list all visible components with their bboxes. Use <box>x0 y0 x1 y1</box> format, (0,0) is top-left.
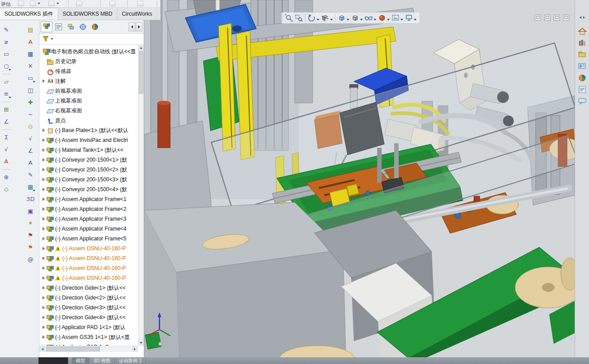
expand-arrow-icon[interactable] <box>41 315 46 320</box>
bom-icon[interactable]: ▣ <box>25 205 36 217</box>
linear-pattern-icon[interactable]: ≡ <box>1 88 12 100</box>
check-icon[interactable]: √ <box>1 143 12 155</box>
tree-root-assembly[interactable]: 电子制造热熔点胶自动线 (默认<<显 <box>39 47 144 56</box>
expand-arrow-icon[interactable] <box>41 98 46 103</box>
mate-icon[interactable]: ◫ <box>25 84 36 96</box>
apply-scene-icon[interactable] <box>391 13 400 22</box>
expand-arrow-icon[interactable] <box>41 89 46 94</box>
pane-horizontal-icon[interactable] <box>544 15 550 21</box>
expand-arrow-icon[interactable] <box>41 227 46 231</box>
toolbar-nub-icon[interactable] <box>137 1 143 6</box>
edit-appearance-icon[interactable] <box>377 13 387 22</box>
expand-arrow-icon[interactable] <box>41 305 46 310</box>
scroll-down-icon[interactable] <box>138 340 144 346</box>
tab-solidworks-mbd[interactable]: SOLIDWORKS MBD <box>58 8 117 20</box>
tree-item[interactable]: (-) Base Plate<1> (默认<<默认 <box>39 125 144 135</box>
tree-item[interactable]: (-) Direction Gide<1> (默认<< <box>39 283 144 293</box>
tree-item[interactable]: (-) Conveyor 200-1500<1> (默 <box>39 155 144 165</box>
tree-item[interactable]: (-) Assem GS35 1<1> (默认<显 <box>39 332 144 342</box>
tree-item[interactable]: (-) Direction Gide<3> (默认<< <box>39 303 144 313</box>
edrawings-icon[interactable]: @ <box>25 253 36 266</box>
tab-configurationmanager[interactable] <box>65 21 77 32</box>
tree-item[interactable]: (-) Assem DSNU-40-160-P <box>39 244 144 253</box>
tab-dimxpertmanager[interactable] <box>77 21 89 32</box>
tab-solidworks-addins[interactable]: SOLIDWORKS 插件 <box>0 8 58 20</box>
scrollbar-thumb[interactable] <box>46 347 100 351</box>
toolbar-nub-icon[interactable] <box>30 1 36 6</box>
grid-icon[interactable]: ⊞ <box>1 103 12 116</box>
expand-arrow-icon[interactable] <box>41 325 46 330</box>
grid-system-icon[interactable]: ▦ <box>25 48 36 60</box>
expand-arrow-icon[interactable] <box>41 286 46 291</box>
display-style-icon[interactable] <box>350 13 360 22</box>
spline-icon[interactable]: ~ <box>25 108 36 120</box>
insert-component-icon[interactable]: ✚ <box>25 96 36 108</box>
tab-propertymanager[interactable] <box>53 21 64 32</box>
tree-sensors-folder[interactable]: 传感器 <box>39 66 144 76</box>
appearances-scenes-icon[interactable] <box>577 73 588 83</box>
expand-arrow-icon[interactable] <box>41 295 46 300</box>
sketch-edit-icon[interactable]: ✎ <box>25 169 36 181</box>
previous-view-icon[interactable] <box>307 13 317 22</box>
text-tool-icon[interactable]: A <box>25 157 36 169</box>
equations-icon[interactable]: Σ <box>1 131 12 143</box>
expand-arrow-icon[interactable] <box>41 79 46 84</box>
tree-item[interactable]: (-) Assem Applicator Frame<3 <box>39 214 144 224</box>
task-pane-collapse-icon[interactable] <box>583 16 585 19</box>
design-library-icon[interactable] <box>577 38 588 48</box>
angle-icon[interactable]: ∠ <box>1 116 12 128</box>
tree-item[interactable]: (-) Conveyor 200-1500<4> (默 <box>39 184 144 194</box>
expand-arrow-icon[interactable] <box>41 69 46 74</box>
rectangle-tool-icon[interactable]: ▭ <box>1 48 12 60</box>
target-icon[interactable]: ⊙ <box>25 120 36 133</box>
statusbar-tab-motion-study-1[interactable]: 运动算例 1 <box>115 357 146 364</box>
solidworks-forum-icon[interactable] <box>577 96 588 107</box>
tree-horizontal-scrollbar[interactable] <box>39 346 138 352</box>
expand-arrow-icon[interactable] <box>41 177 46 182</box>
toolbar-icon[interactable] <box>0 167 12 171</box>
tab-featuremanager-design-tree[interactable] <box>41 21 52 32</box>
tree-item[interactable]: (-) Assem DSNU-40-160-P <box>39 253 144 263</box>
tree-vertical-scrollbar[interactable] <box>138 45 144 346</box>
task-pane-expand-icon[interactable] <box>580 16 581 19</box>
expand-arrow-icon[interactable] <box>41 256 46 261</box>
expand-arrow-icon[interactable] <box>41 197 46 202</box>
tree-item[interactable]: (-) Assem Applicator Frame<1 <box>39 194 144 204</box>
expand-arrow-icon[interactable] <box>41 217 46 222</box>
expand-arrow-icon[interactable] <box>41 335 46 340</box>
toolbar-nub-icon[interactable] <box>18 1 24 6</box>
home-icon[interactable] <box>577 26 588 37</box>
pane-vertical-icon[interactable] <box>554 15 560 21</box>
expand-arrow-icon[interactable] <box>41 236 46 241</box>
zoom-to-area-icon[interactable] <box>294 13 304 22</box>
scroll-up-icon[interactable] <box>138 45 144 51</box>
polygon-tool-icon[interactable]: ◇ <box>1 183 12 195</box>
toolbar-nub-icon[interactable] <box>76 1 82 6</box>
expand-arrow-icon[interactable] <box>41 167 46 172</box>
toolbar-icon[interactable] <box>0 100 12 103</box>
expand-arrow-icon[interactable] <box>41 128 46 133</box>
smart-dimension-icon[interactable]: ⌀ <box>1 36 12 48</box>
graphics-viewport[interactable] <box>144 0 575 357</box>
part-template-icon[interactable]: ▤ <box>25 24 36 36</box>
scroll-left-icon[interactable] <box>39 346 46 352</box>
expand-arrow-icon[interactable] <box>41 59 46 64</box>
custom-properties-icon[interactable] <box>577 84 588 95</box>
circle-tool-icon[interactable]: ○ <box>1 60 12 72</box>
tree-item[interactable]: (-) Applicator PAD 1<1> (默认 <box>39 322 144 332</box>
statusbar-tab-model[interactable]: 模型 <box>72 357 90 364</box>
convert-entities-icon[interactable]: ⊕ <box>1 171 12 183</box>
expand-arrow-icon[interactable] <box>41 118 46 123</box>
model-red-cylinder[interactable] <box>158 101 170 148</box>
tree-item[interactable]: (-) Assem Applicator Frame<4 <box>39 224 144 234</box>
exploded-view-icon[interactable]: ✶ <box>25 217 36 229</box>
statusbar-tab-3d-views[interactable]: 3D 视图 <box>90 357 115 364</box>
flag-orange-icon[interactable]: ⚑ <box>25 241 36 253</box>
tree-item[interactable]: (-) Assem InvisiPac and Electri <box>39 135 144 145</box>
section-view-icon[interactable] <box>320 13 330 22</box>
expand-arrow-icon[interactable] <box>41 148 46 153</box>
3d-view-icon[interactable]: 3D <box>25 193 36 205</box>
dropdown-caret-icon[interactable] <box>38 3 40 4</box>
tree-item[interactable]: (-) Assem DSNU-40-160-P <box>39 263 144 273</box>
model-scene[interactable] <box>144 0 575 357</box>
